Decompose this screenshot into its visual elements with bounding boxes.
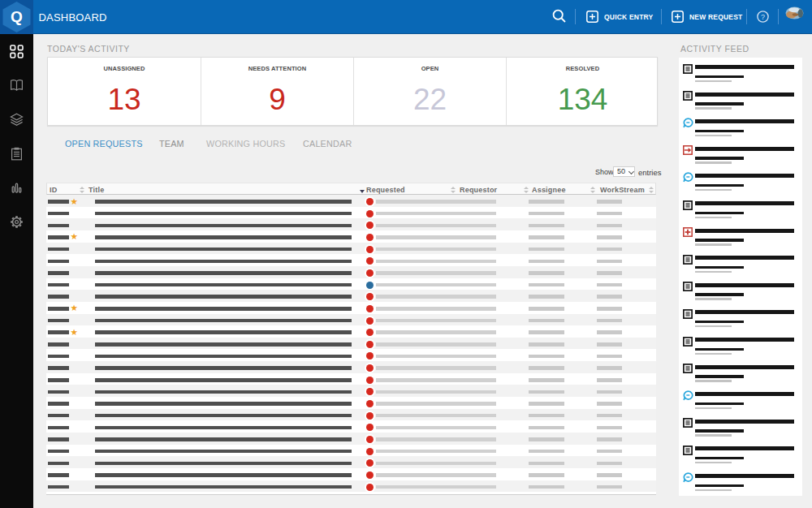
svg-text:?: ? [761,13,765,21]
